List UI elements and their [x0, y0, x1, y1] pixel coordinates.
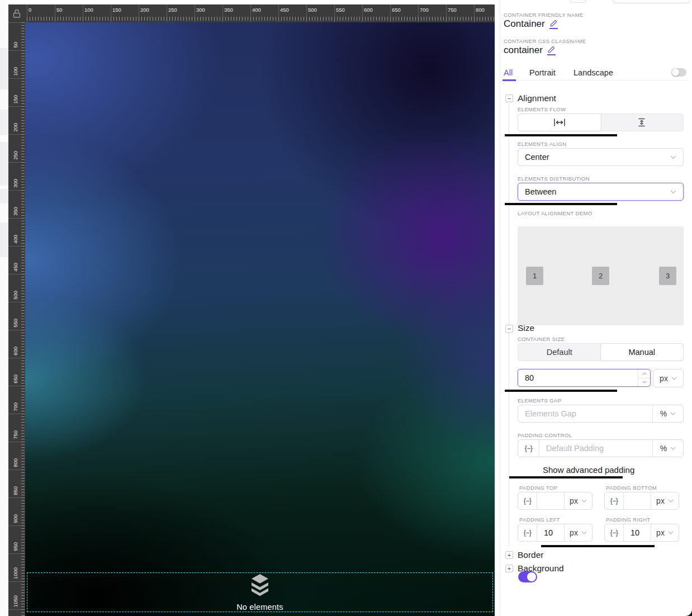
- tab-all[interactable]: All: [504, 68, 513, 77]
- padding-variable-button[interactable]: {−}: [518, 492, 537, 509]
- expand-background-button[interactable]: +: [505, 565, 513, 572]
- gutter-block: [0, 48, 8, 89]
- ruler-label: 400: [12, 235, 18, 244]
- tab-portrait[interactable]: Portrait: [529, 68, 556, 77]
- padding-left-unit: px: [570, 528, 578, 537]
- chevron-down-icon: [668, 499, 674, 503]
- padding-variable-button[interactable]: {−}: [518, 440, 539, 457]
- tab-landscape[interactable]: Landscape: [573, 68, 613, 77]
- ruler-label: 250: [12, 151, 18, 160]
- elements-flow-label: ELEMENTS FLOW: [518, 106, 566, 112]
- v-ruler-minor-ticks: [21, 22, 25, 616]
- ruler-lock-button[interactable]: [8, 4, 25, 22]
- size-manual-button[interactable]: Manual: [600, 343, 684, 361]
- ruler-label: 100: [84, 7, 93, 13]
- collapse-alignment-button[interactable]: −: [505, 94, 513, 102]
- toggle-knob: [527, 572, 536, 581]
- pencil-icon: [549, 19, 558, 27]
- ruler-label: 400: [252, 7, 261, 13]
- ruler-label: 700: [420, 7, 429, 13]
- ruler-label: 300: [12, 179, 18, 188]
- flow-horizontal-button[interactable]: [518, 113, 601, 131]
- gutter-block: [0, 142, 8, 186]
- gutter-block: [0, 222, 8, 257]
- chevron-down-icon: [668, 531, 674, 534]
- padding-right-unit-select[interactable]: px: [651, 524, 679, 541]
- padding-bottom-unit-select[interactable]: px: [651, 492, 679, 509]
- advanced-padding-label: Show advanced padding: [543, 465, 634, 475]
- padding-left-label: PADDING LEFT: [519, 517, 560, 523]
- ruler-label: 850: [12, 486, 18, 495]
- ruler-label: 250: [168, 7, 177, 13]
- vertical-ruler: 5010015020025030035040045050055060065070…: [8, 22, 25, 616]
- ruler-label: 200: [140, 7, 149, 13]
- elements-gap-input[interactable]: [518, 405, 652, 422]
- padding-control-input[interactable]: [539, 440, 652, 457]
- edit-friendly-name-button[interactable]: [549, 19, 558, 29]
- gutter-block: [0, 110, 8, 135]
- design-canvas[interactable]: No elements: [25, 22, 495, 616]
- padding-variable-button[interactable]: {−}: [518, 524, 537, 541]
- layout-demo-label: LAYOUT ALIGNMENT DEMO: [518, 210, 593, 216]
- padding-bottom-group: {−} px: [604, 492, 679, 510]
- ruler-label: 450: [280, 7, 289, 13]
- padding-control-unit-select[interactable]: %: [652, 440, 683, 457]
- elements-distribution-label: ELEMENTS DISTRIBUTION: [518, 176, 590, 182]
- vertical-flow-icon: [637, 117, 646, 127]
- friendly-name-value: Container: [504, 18, 545, 30]
- padding-variable-button[interactable]: {−}: [605, 492, 624, 509]
- elements-gap-unit-select[interactable]: %: [652, 405, 683, 422]
- divider-bar: [509, 476, 623, 478]
- padding-variable-button[interactable]: {−}: [605, 524, 624, 541]
- flow-vertical-button[interactable]: [601, 114, 684, 131]
- left-gutter: [0, 0, 8, 616]
- padding-top-input[interactable]: [537, 492, 564, 509]
- padding-left-unit-select[interactable]: px: [564, 524, 592, 541]
- divider-bar: [541, 545, 655, 547]
- ruler-label: 650: [392, 7, 401, 13]
- classname-value: container: [504, 45, 543, 56]
- padding-right-input[interactable]: [624, 524, 651, 541]
- clipped-field: [570, 0, 586, 3]
- elements-align-select[interactable]: Center: [518, 148, 684, 166]
- manual-size-input[interactable]: [518, 369, 638, 386]
- collapse-size-button[interactable]: −: [505, 325, 513, 333]
- stepper-down-icon[interactable]: [638, 378, 650, 387]
- padding-bottom-label: PADDING BOTTOM: [606, 485, 657, 491]
- ruler-label: 550: [336, 7, 345, 13]
- padding-left-input[interactable]: [537, 524, 564, 541]
- layout-alignment-demo: 1 2 3: [518, 226, 684, 325]
- ruler-label: 700: [12, 402, 18, 411]
- stepper-up-icon[interactable]: [638, 369, 650, 378]
- padding-bottom-input[interactable]: [624, 492, 651, 509]
- expand-border-button[interactable]: +: [505, 551, 513, 559]
- clipped-field: [613, 0, 690, 3]
- edit-classname-button[interactable]: [547, 45, 556, 55]
- ruler-label: 350: [224, 7, 233, 13]
- manual-size-unit-select[interactable]: px: [653, 369, 684, 387]
- ruler-label: 100: [12, 67, 18, 76]
- elements-distribution-select[interactable]: Between: [518, 183, 684, 201]
- horizontal-flow-icon: [553, 118, 566, 127]
- elements-distribution-value: Between: [525, 187, 556, 196]
- pencil-icon: [547, 45, 556, 54]
- manual-size-group: [518, 369, 651, 387]
- padding-left-group: {−} px: [518, 524, 593, 542]
- padding-bottom-unit: px: [656, 496, 665, 505]
- manual-size-unit: px: [660, 374, 668, 383]
- background-section-title: Background: [518, 563, 564, 574]
- unlock-icon: [12, 8, 21, 18]
- friendly-name-row: Container: [504, 18, 558, 30]
- padding-top-unit-select[interactable]: px: [564, 492, 592, 509]
- size-default-button[interactable]: Default: [518, 344, 601, 361]
- padding-right-group: {−} px: [604, 524, 679, 542]
- elements-gap-unit: %: [660, 409, 667, 418]
- demo-item: 1: [526, 267, 543, 285]
- ruler-label: 900: [12, 514, 18, 523]
- empty-container-dropzone[interactable]: No elements: [27, 572, 493, 612]
- manual-size-stepper[interactable]: [638, 369, 650, 386]
- padding-control-unit: %: [660, 444, 667, 453]
- orientation-toggle[interactable]: [671, 68, 686, 77]
- ruler-label: 750: [12, 430, 18, 439]
- elements-flow-control: [518, 113, 684, 131]
